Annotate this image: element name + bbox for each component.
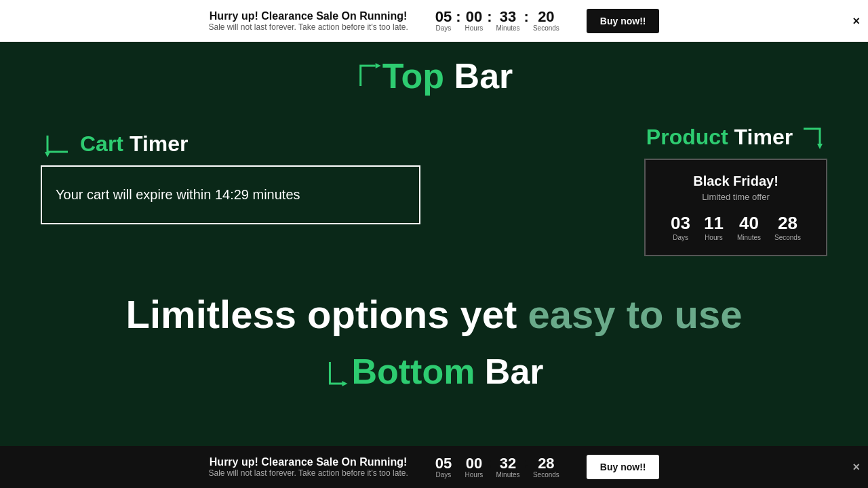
bottom-bar-days: 05 Days: [435, 456, 452, 479]
top-bar-buy-button[interactable]: Buy now!!: [587, 9, 660, 33]
sep2: :: [487, 8, 492, 26]
product-box-subtitle: Limited time offer: [659, 192, 812, 202]
bottom-bar-text: Hurry up! Clearance Sale On Running! Sal…: [209, 456, 408, 478]
top-bar-seconds: 20 Seconds: [533, 9, 559, 32]
product-timer-section: Product Timer Black Friday! Limited time…: [644, 123, 827, 256]
b-sep3: :: [524, 454, 529, 472]
bottom-bar: Hurry up! Clearance Sale On Running! Sal…: [0, 446, 868, 488]
top-bar-headline: Hurry up! Clearance Sale On Running!: [209, 10, 408, 22]
product-days: 03 Days: [671, 213, 690, 241]
cart-timer-label: Cart Timer: [41, 130, 420, 157]
product-timer-label-text: Product Timer: [646, 125, 793, 150]
bottom-bar-seconds: 28 Seconds: [533, 456, 559, 479]
cart-box-text: Your cart will expire within 14:29 minut…: [56, 187, 406, 203]
bottom-bar-buy-button[interactable]: Buy now!!: [587, 455, 660, 479]
main-content: Top Bar Cart Timer Your cart will expire…: [0, 42, 868, 446]
sep1: :: [456, 8, 460, 26]
top-bar-hours: 00 Hours: [465, 9, 484, 32]
top-bar-days: 05 Days: [435, 9, 452, 32]
product-timer-label: Product Timer: [644, 123, 827, 150]
cart-box: Your cart will expire within 14:29 minut…: [41, 165, 420, 224]
bottom-bar-minutes: 32 Minutes: [496, 456, 520, 479]
product-hours: 11 Hours: [704, 213, 724, 241]
bottom-bar-arrow: [324, 355, 351, 392]
product-countdown: 03 Days 11 Hours 40 Minutes 28 Seconds: [659, 213, 812, 241]
limitless-text: Limitless options yet easy to use: [0, 293, 868, 336]
top-bar-label-section: Top Bar: [355, 56, 513, 96]
top-bar-close-button[interactable]: ×: [852, 14, 860, 28]
sep3: :: [524, 8, 529, 26]
top-bar-countdown: 05 Days : 00 Hours : 33 Minutes : 20 Sec…: [435, 8, 559, 34]
product-box-title: Black Friday!: [659, 174, 812, 189]
top-bar-subtext: Sale will not last forever. Take action …: [209, 22, 408, 32]
bottom-bar-headline: Hurry up! Clearance Sale On Running!: [209, 456, 408, 468]
svg-marker-3: [342, 381, 347, 386]
bottom-bar-hours: 00 Hours: [465, 456, 484, 479]
svg-marker-1: [45, 152, 50, 157]
product-minutes: 40 Minutes: [737, 213, 761, 241]
b-sep1: :: [456, 454, 460, 472]
top-bar: Hurry up! Clearance Sale On Running! Sal…: [0, 0, 868, 42]
bottom-bar-label-section: Bottom Bar: [324, 351, 543, 392]
svg-marker-0: [376, 63, 381, 68]
svg-marker-2: [817, 144, 823, 149]
bottom-bar-close-button[interactable]: ×: [852, 460, 860, 474]
b-sep2: :: [487, 454, 492, 472]
cart-timer-label-text: Cart Timer: [80, 131, 188, 157]
bottom-bar-countdown: 05 Days : 00 Hours : 32 Minutes : 28 Sec…: [435, 454, 559, 480]
product-seconds: 28 Seconds: [774, 213, 801, 241]
top-bar-label-text: Top Bar: [382, 56, 513, 96]
top-bar-text: Hurry up! Clearance Sale On Running! Sal…: [209, 10, 408, 32]
limitless-section: Limitless options yet easy to use: [0, 293, 868, 336]
cart-timer-section: Cart Timer Your cart will expire within …: [41, 130, 420, 224]
product-box: Black Friday! Limited time offer 03 Days…: [644, 159, 827, 256]
top-bar-minutes: 33 Minutes: [496, 9, 520, 32]
top-bar-arrow: [355, 59, 382, 93]
bottom-bar-label-text: Bottom Bar: [351, 351, 543, 392]
bottom-bar-subtext: Sale will not last forever. Take action …: [209, 468, 408, 478]
